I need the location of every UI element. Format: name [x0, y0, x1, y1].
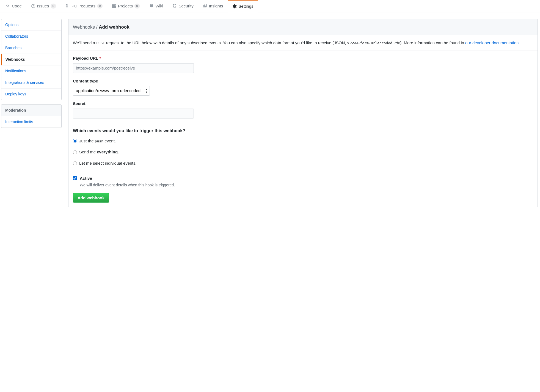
secret-group: Secret	[73, 101, 533, 118]
settings-menu: Options Collaborators Branches Webhooks …	[1, 19, 62, 100]
tab-security-label: Security	[178, 3, 193, 9]
events-individual-row[interactable]: Let me select individual events.	[73, 160, 533, 167]
events-everything-label: Send me everything.	[79, 149, 119, 155]
moderation-menu: Moderation Interaction limits	[1, 104, 62, 128]
sidebar-item-integrations[interactable]: Integrations & services	[1, 77, 61, 89]
repo-tabs: Code Issues 0 Pull requests 0 Projects 0…	[0, 0, 540, 12]
sidebar-item-webhooks[interactable]: Webhooks	[1, 54, 61, 65]
breadcrumb-leaf: Add webhook	[99, 24, 129, 30]
tab-code[interactable]: Code	[1, 0, 26, 12]
payload-url-label: Payload URL *	[73, 55, 533, 62]
events-section: Which events would you like to trigger t…	[68, 123, 538, 171]
sidebar-item-branches[interactable]: Branches	[1, 42, 61, 54]
active-text: Active We will deliver event details whe…	[80, 175, 175, 188]
secret-label: Secret	[73, 101, 533, 107]
sidebar-item-collaborators[interactable]: Collaborators	[1, 31, 61, 42]
active-label: Active	[80, 175, 175, 182]
events-push-label: Just the push event.	[79, 138, 116, 144]
content-type-label: Content type	[73, 78, 533, 84]
tab-issues-label: Issues	[37, 3, 49, 9]
footer-section: Active We will deliver event details whe…	[68, 171, 538, 207]
add-webhook-button[interactable]: Add webhook	[73, 193, 109, 203]
post-code: POST	[96, 41, 105, 45]
tab-issues[interactable]: Issues 0	[26, 0, 61, 12]
tab-code-label: Code	[12, 3, 22, 9]
graph-icon	[203, 4, 207, 8]
content-type-group: Content type application/x-www-form-urle…	[73, 78, 533, 96]
tab-projects-label: Projects	[118, 3, 133, 9]
events-individual-label: Let me select individual events.	[79, 160, 136, 167]
tab-insights[interactable]: Insights	[198, 0, 228, 12]
settings-sidebar: Options Collaborators Branches Webhooks …	[1, 19, 62, 207]
pull-request-icon	[65, 4, 70, 8]
payload-url-input[interactable]	[73, 63, 194, 73]
sidebar-item-interaction-limits[interactable]: Interaction limits	[1, 116, 61, 128]
sidebar-item-notifications[interactable]: Notifications	[1, 65, 61, 77]
intro-section: We'll send a POST request to the URL bel…	[68, 35, 538, 51]
main-content: Webhooks / Add webhook We'll send a POST…	[68, 19, 538, 207]
webhook-form-box: Webhooks / Add webhook We'll send a POST…	[68, 19, 538, 207]
sidebar-item-options[interactable]: Options	[1, 19, 61, 31]
breadcrumb: Webhooks / Add webhook	[73, 24, 130, 30]
moderation-heading: Moderation	[1, 105, 61, 116]
tab-insights-label: Insights	[209, 3, 223, 9]
code-icon	[6, 4, 10, 8]
sidebar-item-deploy-keys[interactable]: Deploy keys	[1, 89, 61, 100]
secret-input[interactable]	[73, 109, 194, 118]
form-fields-section: Payload URL * Content type application/x…	[68, 51, 538, 123]
content-type-select[interactable]: application/x-www-form-urlencoded	[73, 86, 150, 96]
tab-projects[interactable]: Projects 0	[107, 0, 145, 12]
issue-icon	[31, 4, 35, 8]
events-everything-radio[interactable]	[73, 150, 77, 154]
breadcrumb-sep: /	[95, 24, 99, 30]
projects-count: 0	[134, 4, 140, 9]
intro-text: We'll send a POST request to the URL bel…	[73, 40, 533, 46]
tab-wiki[interactable]: Wiki	[145, 0, 168, 12]
tab-settings-label: Settings	[238, 3, 253, 10]
project-icon	[112, 4, 116, 8]
events-push-row[interactable]: Just the push event.	[73, 138, 533, 144]
active-desc: We will deliver event details when this …	[80, 182, 175, 188]
tab-settings[interactable]: Settings	[228, 0, 258, 12]
events-push-radio[interactable]	[73, 139, 77, 143]
shield-icon	[172, 4, 177, 8]
events-individual-radio[interactable]	[73, 161, 77, 165]
pr-count: 0	[97, 4, 103, 9]
issues-count: 0	[51, 4, 56, 9]
tab-security[interactable]: Security	[168, 0, 198, 12]
tab-pr-label: Pull requests	[71, 3, 95, 9]
breadcrumb-root: Webhooks	[73, 24, 95, 30]
active-checkbox[interactable]	[73, 176, 77, 180]
events-title: Which events would you like to trigger t…	[73, 128, 533, 134]
enc-code: x-www-form-urlencoded	[347, 41, 392, 45]
required-mark: *	[99, 56, 101, 60]
payload-url-group: Payload URL *	[73, 55, 533, 73]
active-row: Active We will deliver event details whe…	[73, 175, 533, 188]
dev-docs-link[interactable]: our developer documentation	[465, 40, 519, 45]
tab-pull-requests[interactable]: Pull requests 0	[61, 0, 107, 12]
tab-wiki-label: Wiki	[155, 3, 163, 9]
events-everything-row[interactable]: Send me everything.	[73, 149, 533, 155]
box-header: Webhooks / Add webhook	[68, 19, 538, 35]
gear-icon	[232, 4, 237, 9]
book-icon	[149, 4, 154, 8]
